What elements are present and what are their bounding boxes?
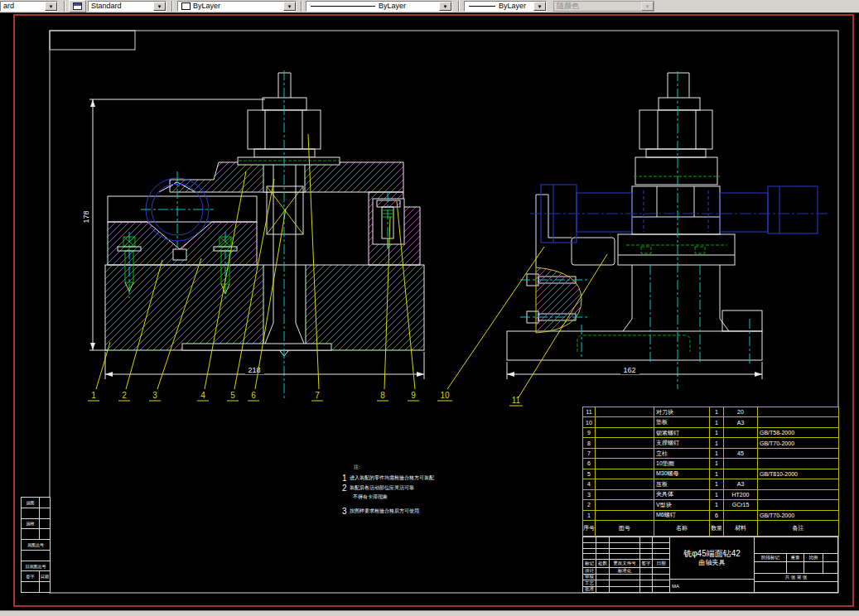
linetype-combo[interactable]: ByLayer ▼ — [306, 1, 452, 12]
tech-notes: 注: 1 进入装配的零件均需检验合格方可装配 2 装配后各活动部位应灵活可靠 不… — [342, 464, 490, 517]
bom-cell-dwg — [596, 500, 654, 509]
rev-cell — [583, 537, 596, 542]
stud-section-cross — [267, 186, 303, 234]
bom-cell-qty: 1 — [710, 490, 723, 499]
rev-cell — [583, 549, 596, 554]
role-label: 工艺 — [583, 580, 596, 586]
lineweight-combo[interactable]: ByLayer ▼ — [464, 1, 547, 12]
bom-cell-note — [758, 417, 838, 426]
bom-cell-name: 10垫圈 — [654, 459, 709, 468]
stage-box — [804, 562, 823, 573]
balloon-1: 1 — [91, 391, 96, 400]
toolbar: ard ▼ Standard ▼ ByLayer ▼ ByLayer ▼ ByL… — [0, 0, 859, 13]
note-number: 3 — [342, 507, 350, 516]
role-label: 批准 — [583, 587, 596, 593]
dim-style-value: ard — [3, 2, 14, 11]
strip-label — [22, 508, 39, 518]
dim-side-width: 162 — [623, 366, 635, 374]
toolbar-separator — [458, 1, 460, 12]
bom-cell-note: GB/T58-2000 — [758, 428, 838, 437]
bom-header: 数量 — [710, 521, 723, 536]
chevron-down-icon[interactable]: ▼ — [45, 2, 57, 11]
bom-cell-qty: 1 — [710, 428, 723, 437]
color-value: ByLayer — [193, 2, 220, 11]
notes-label: 注: — [354, 464, 490, 471]
rev-cell — [596, 537, 609, 542]
dim-front-height: 178 — [82, 210, 90, 223]
status-strip — [0, 610, 859, 616]
bom-cell-name: M30螺母 — [654, 469, 709, 479]
rev-cell — [596, 543, 609, 548]
bom-cell-no: 7 — [583, 449, 595, 458]
rev-cell — [583, 554, 596, 559]
stage-box — [787, 562, 804, 573]
bom-cell-dwg — [596, 438, 654, 447]
bom-cell-no: 4 — [583, 479, 595, 488]
rev-cell — [596, 554, 609, 559]
bom-cell-material: HT200 — [724, 490, 757, 499]
bom-cell-dwg — [596, 479, 654, 488]
grid-cell — [40, 508, 50, 518]
color-combo[interactable]: ByLayer ▼ — [177, 1, 297, 12]
titleblock-revision: 标记处数更改文件号签字日期设计标准化审核工艺批准 — [582, 537, 670, 593]
grid-cell — [610, 580, 639, 586]
stage-box — [823, 562, 837, 573]
front-view — [105, 73, 424, 356]
chevron-down-icon[interactable]: ▼ — [283, 2, 296, 11]
bracket-boss — [536, 267, 582, 333]
bom-cell-no: 5 — [583, 469, 595, 479]
chevron-down-icon[interactable]: ▼ — [533, 2, 546, 11]
lineweight-sample-icon — [469, 6, 495, 7]
note-text: 按图样要求检验合格后方可使用 — [350, 508, 419, 515]
grid-cell — [596, 587, 609, 593]
stage-bottom — [755, 582, 837, 592]
dim-style-combo[interactable]: ard ▼ — [0, 1, 58, 12]
bom-cell-note — [758, 479, 838, 488]
rev-cell — [640, 554, 652, 559]
bom-cell-material: 20 — [724, 407, 757, 416]
drawing-title-line2: 曲轴夹具 — [699, 559, 726, 567]
grid-cell — [653, 575, 669, 580]
balloon-4: 4 — [200, 391, 205, 400]
bom-header: 图号 — [596, 521, 654, 536]
grid-cell — [596, 575, 609, 580]
strip-label: 底图总号 — [22, 540, 50, 550]
bom-cell-qty: 1 — [710, 459, 723, 468]
bom-cell-no: 8 — [583, 438, 595, 447]
bom-header: 序号 — [583, 521, 595, 536]
grid-cell — [640, 575, 652, 580]
grid-cell — [640, 587, 652, 593]
bom-cell-name: 垫板 — [654, 417, 709, 426]
strip-date: 日期 — [40, 571, 50, 581]
rev-cell — [653, 554, 669, 559]
balloon-10: 10 — [440, 391, 450, 400]
grid-cell — [40, 519, 50, 529]
grid-cell — [653, 587, 669, 593]
bom-cell-note: GB/T70-2000 — [758, 511, 838, 520]
bom-cell-name: M6螺钉 — [654, 511, 709, 520]
titleblock-center: 铣φ45端面钻42 曲轴夹具 MA — [669, 537, 755, 593]
toolbar-separator — [171, 1, 173, 12]
bom-table: 11对刀块12010垫板1A39锁紧螺钉1GB/T58-20008支撑螺钉1GB… — [582, 407, 839, 537]
stage-label: 比例 — [804, 554, 823, 561]
grid-cell — [640, 568, 652, 574]
chevron-down-icon[interactable]: ▼ — [153, 2, 166, 11]
bom-cell-no: 3 — [583, 490, 595, 499]
chevron-down-icon: ▼ — [641, 2, 654, 11]
rev-cell — [610, 537, 639, 542]
text-style-button[interactable] — [69, 0, 86, 12]
drawing-title-line1: 铣φ45端面钻42 — [683, 549, 741, 560]
bom-cell-material: GCr15 — [724, 500, 757, 509]
bom-cell-name: 立柱 — [654, 449, 709, 458]
grid-cell — [653, 580, 669, 586]
chevron-down-icon[interactable]: ▼ — [439, 2, 451, 11]
balloon-7: 7 — [315, 391, 320, 400]
rev-header: 更改文件号 — [610, 560, 639, 567]
balloon-2: 2 — [122, 391, 127, 400]
bom-cell-qty: 6 — [710, 511, 723, 520]
balloon-8: 8 — [380, 391, 385, 400]
text-style-combo[interactable]: Standard ▼ — [88, 1, 166, 12]
titleblock-mark: MA — [670, 580, 754, 592]
bom-cell-name: 夹具体 — [654, 490, 709, 499]
stage-label: 阶段标记 — [755, 554, 786, 561]
